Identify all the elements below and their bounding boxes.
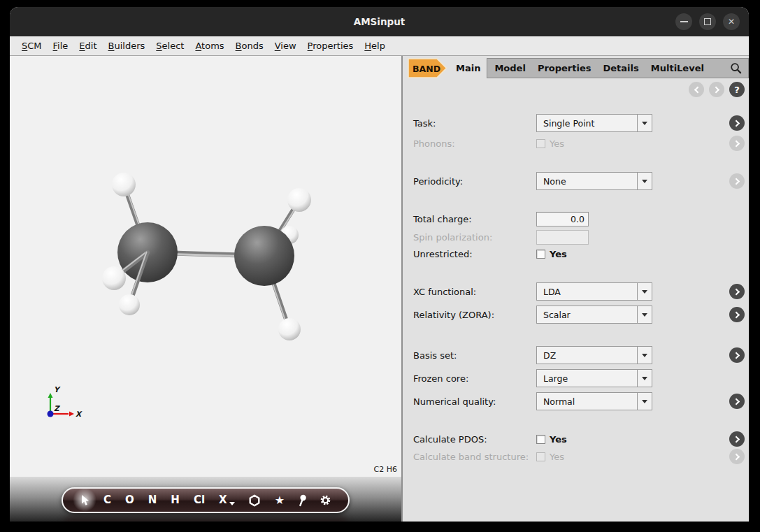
periodicity-value: None [537, 173, 637, 189]
total-charge-input[interactable] [536, 212, 589, 227]
band-menu-button[interactable]: BAND [408, 58, 447, 78]
label-frozen-core: Frozen core: [413, 373, 536, 384]
chevron-right-icon [733, 311, 740, 318]
close-button[interactable]: ✕ [723, 13, 740, 30]
atom-H[interactable] [112, 173, 136, 196]
viewer-3d[interactable]: YXZ C2 H6 [10, 56, 401, 477]
atom-H[interactable] [278, 318, 301, 340]
dropdown-arrow-icon [637, 347, 652, 364]
element-n[interactable]: N [148, 495, 157, 505]
label-periodicity: Periodicity: [413, 176, 536, 187]
basis-set-detail-button[interactable] [729, 347, 745, 363]
menu-edit[interactable]: Edit [73, 41, 102, 51]
menu-builders[interactable]: Builders [103, 41, 151, 51]
dropdown-arrow-icon [637, 306, 652, 323]
pin-tool[interactable] [297, 494, 307, 507]
title-bar: AMSinput ✕ [10, 7, 749, 36]
atom-H[interactable] [119, 294, 140, 315]
menu-select[interactable]: Select [150, 41, 189, 51]
menu-help[interactable]: Help [359, 41, 391, 51]
relativity-zora-value: Scalar [537, 306, 637, 323]
toolbar-reflection [63, 516, 348, 522]
atom-H[interactable] [102, 266, 126, 290]
phonons-detail-button[interactable] [729, 136, 745, 151]
menu-properties[interactable]: Properties [302, 41, 359, 51]
frozen-core-select[interactable]: Large [536, 369, 652, 387]
tab-model[interactable]: Model [494, 63, 525, 73]
tab-properties[interactable]: Properties [538, 63, 591, 73]
forward-button[interactable] [709, 82, 724, 97]
label-calculate-band-structure: Calculate band structure: [413, 452, 536, 462]
calculate-pdos-checkbox[interactable] [536, 435, 545, 444]
minimize-button[interactable] [675, 13, 692, 30]
back-icon [694, 86, 701, 93]
unrestricted-checkbox[interactable] [536, 250, 545, 259]
atom-C[interactable] [234, 226, 294, 286]
phonons-checkwrap: Yes [536, 138, 564, 149]
viewer-column: YXZ C2 H6 CONHClX★ [10, 56, 401, 522]
spin-polarization-input[interactable] [536, 230, 589, 245]
chevron-right-icon [733, 288, 740, 295]
atom-H[interactable] [287, 188, 311, 212]
menu-view[interactable]: View [269, 41, 302, 51]
task-select[interactable]: Single Point [536, 114, 652, 132]
search-icon[interactable] [730, 62, 742, 74]
molecule-canvas[interactable]: YXZ [10, 56, 401, 477]
element-h[interactable]: H [171, 495, 180, 505]
menu-bonds[interactable]: Bonds [230, 41, 269, 51]
star-icon: ★ [275, 495, 285, 506]
relativity-zora-detail-button[interactable] [729, 307, 745, 322]
numerical-quality-detail-button[interactable] [729, 394, 745, 409]
calculate-band-structure-checkwrap: Yes [536, 452, 564, 462]
structures-tool[interactable]: ★ [275, 495, 285, 506]
element-cl[interactable]: Cl [194, 495, 205, 505]
label-unrestricted: Unrestricted: [413, 249, 536, 259]
calculate-band-structure-detail-button[interactable] [729, 449, 745, 464]
help-button[interactable]: ? [729, 82, 745, 97]
row-spin-polarization: Spin polarization: [413, 228, 749, 246]
label-phonons: Phonons: [413, 138, 536, 149]
xc-functional-detail-button[interactable] [729, 284, 745, 299]
periodicity-select[interactable]: None [536, 172, 652, 190]
row-relativity-zora: Relativity (ZORA):Scalar [413, 305, 749, 324]
calculate-pdos-check-label: Yes [550, 434, 567, 445]
triangle-icon [642, 400, 647, 403]
menu-atoms[interactable]: Atoms [189, 41, 229, 51]
tab-details[interactable]: Details [603, 63, 639, 73]
tab-main[interactable]: Main [450, 58, 487, 78]
chevron-right-icon [733, 120, 740, 127]
element-picker[interactable]: X [219, 495, 235, 505]
element-o[interactable]: O [125, 495, 134, 505]
basis-set-select[interactable]: DZ [536, 346, 652, 364]
ring-tool[interactable] [248, 494, 261, 507]
back-button[interactable] [689, 82, 704, 97]
dropdown-arrow-icon [637, 283, 652, 300]
axis-y-label: Y [54, 385, 61, 394]
label-spin-polarization: Spin polarization: [413, 232, 536, 243]
band-tag-shape: BAND [408, 58, 447, 78]
calculate-pdos-detail-button[interactable] [729, 431, 745, 447]
tab-multilevel[interactable]: MultiLevel [651, 63, 704, 73]
calculate-band-structure-checkbox[interactable] [536, 452, 545, 461]
task-detail-button[interactable] [729, 115, 745, 131]
pointer-icon [80, 494, 90, 506]
phonons-checkbox[interactable] [536, 139, 545, 148]
element-c[interactable]: C [103, 495, 111, 505]
settings-tool[interactable] [320, 494, 331, 506]
chevron-right-icon [733, 436, 740, 443]
numerical-quality-select[interactable]: Normal [536, 392, 652, 410]
numerical-quality-value: Normal [537, 393, 637, 410]
pointer-tool[interactable] [80, 494, 90, 506]
menu-scm[interactable]: SCM [16, 41, 48, 51]
calculate-band-structure-check-label: Yes [550, 452, 564, 462]
xc-functional-select[interactable]: LDA [536, 282, 652, 301]
chevron-right-icon [733, 178, 740, 185]
task-value: Single Point [537, 115, 637, 131]
menu-file[interactable]: File [48, 41, 74, 51]
label-xc-functional: XC functional: [413, 287, 536, 297]
tab-strip: ModelPropertiesDetailsMultiLevel [487, 58, 749, 78]
relativity-zora-select[interactable]: Scalar [536, 305, 652, 324]
maximize-button[interactable] [699, 13, 716, 30]
basis-set-value: DZ [537, 347, 637, 364]
periodicity-detail-button[interactable] [729, 173, 745, 189]
